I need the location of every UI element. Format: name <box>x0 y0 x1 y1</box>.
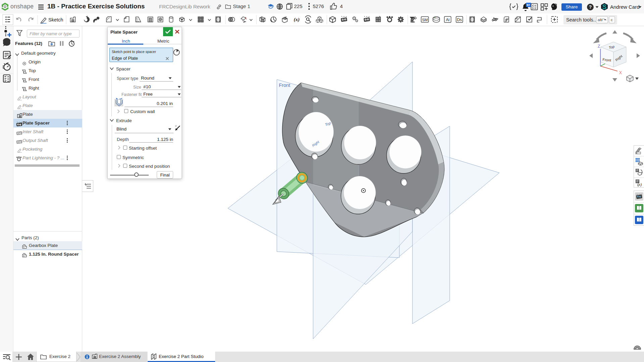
svg-text:x): x) <box>638 182 642 187</box>
svg-text:alt/: alt/ <box>598 18 603 22</box>
svg-text:?: ? <box>589 4 592 10</box>
svg-text:Front: Front <box>279 83 290 88</box>
svg-text:Ai: Ai <box>446 17 450 22</box>
svg-text:SM: SM <box>422 18 428 22</box>
svg-text:c: c <box>611 18 613 22</box>
svg-text:(x): (x) <box>294 17 300 22</box>
svg-text:HELLO: HELLO <box>433 17 440 19</box>
svg-text:Sketch: Sketch <box>48 17 63 22</box>
svg-text:Ds: Ds <box>457 17 462 22</box>
svg-text:Z: Z <box>598 44 600 49</box>
svg-text:Search tools...: Search tools... <box>566 17 597 22</box>
svg-text:9+: 9+ <box>527 3 530 7</box>
svg-text:X: X <box>619 70 622 75</box>
